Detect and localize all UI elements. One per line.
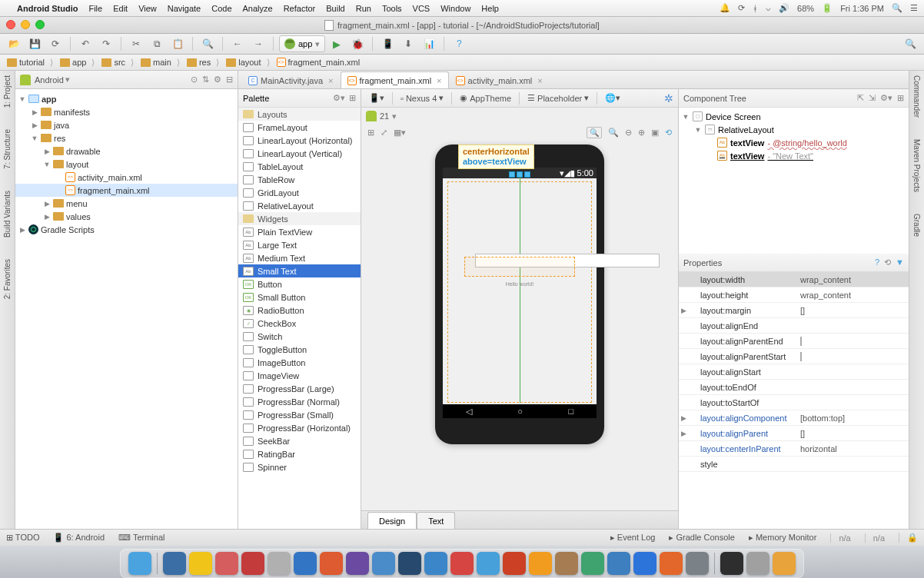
dock-app[interactable]: [346, 552, 369, 575]
tree-item[interactable]: ▶java: [15, 118, 238, 131]
tree-item[interactable]: <>fragment_main.xml: [15, 184, 238, 197]
palette-item[interactable]: ToggleButton: [238, 343, 361, 356]
palette-item[interactable]: AbSmall Text: [238, 264, 361, 277]
menu-analyze[interactable]: Analyze: [243, 4, 273, 13]
editor-tab[interactable]: <>activity_main.xml×: [449, 71, 550, 88]
find-icon[interactable]: 🔍: [198, 35, 217, 52]
theme-selector[interactable]: ◉ AppTheme: [457, 91, 514, 106]
zoom-out-icon[interactable]: ⊖: [625, 128, 632, 138]
dock-app[interactable]: [633, 552, 656, 575]
crumb[interactable]: layout: [224, 58, 274, 68]
sdk-manager-icon[interactable]: ⬇: [399, 35, 417, 52]
avd-manager-icon[interactable]: 📱: [378, 35, 397, 52]
gutter-tab[interactable]: Build Variants: [3, 191, 12, 238]
palette-item[interactable]: Spinner: [238, 460, 361, 473]
palette-item[interactable]: ProgressBar (Normal): [238, 395, 361, 408]
dock-icon[interactable]: ⊞: [349, 93, 356, 103]
property-row[interactable]: layout:alignStart: [679, 364, 909, 380]
menu-view[interactable]: View: [138, 4, 157, 13]
tree-item[interactable]: ▶manifests: [15, 105, 238, 118]
dock-app[interactable]: [450, 552, 474, 575]
menu-help[interactable]: Help: [481, 4, 499, 13]
dock-app[interactable]: [424, 552, 447, 575]
expand-all-icon[interactable]: ⇱: [857, 93, 864, 103]
gear-icon[interactable]: ⚙: [214, 75, 221, 85]
debug-icon[interactable]: 🐞: [348, 35, 367, 52]
copy-icon[interactable]: ⧉: [148, 35, 166, 52]
dock-app[interactable]: [660, 552, 683, 575]
dock-app[interactable]: [477, 552, 500, 575]
dock-app[interactable]: [720, 552, 743, 575]
design-canvas[interactable]: centerHorizontalabove=textView ▾◢▮5:00 H…: [361, 140, 678, 510]
lock-icon[interactable]: 🔒: [899, 533, 918, 543]
help-icon[interactable]: ?: [875, 257, 879, 267]
dock-app[interactable]: [773, 552, 796, 575]
battery-icon[interactable]: 🔋: [822, 3, 833, 13]
menu-navigate[interactable]: Navigate: [168, 4, 201, 13]
dock-app[interactable]: [320, 552, 343, 575]
device-selector[interactable]: ▫ Nexus 4 ▾: [397, 91, 447, 106]
crumb[interactable]: src: [99, 58, 138, 68]
forward-icon[interactable]: →: [249, 35, 268, 52]
tree-item[interactable]: <>activity_main.xml: [15, 171, 238, 184]
palette-item[interactable]: ProgressBar (Large): [238, 382, 361, 395]
gear-icon[interactable]: ⚙▾: [333, 93, 345, 103]
palette-item[interactable]: AbLarge Text: [238, 238, 361, 251]
search-everywhere-icon[interactable]: 🔍: [901, 35, 919, 52]
property-row[interactable]: layout:widthwrap_content: [679, 272, 909, 287]
palette-item[interactable]: ◉RadioButton: [238, 304, 361, 317]
gutter-tab[interactable]: Gradle: [912, 214, 921, 237]
menu-code[interactable]: Code: [211, 4, 231, 13]
placeholder-selector[interactable]: ☰ Placeholder ▾: [524, 91, 592, 106]
statusbar-item[interactable]: ⌨ Terminal: [118, 533, 165, 542]
hide-icon[interactable]: ⊟: [226, 75, 233, 85]
spotlight-icon[interactable]: 🔍: [892, 3, 902, 13]
palette-item[interactable]: LinearLayout (Horizontal): [238, 134, 361, 147]
palette-item[interactable]: AbMedium Text: [238, 251, 361, 264]
palette-item[interactable]: FrameLayout: [238, 121, 361, 134]
tree-item[interactable]: ▼layout: [15, 158, 238, 171]
refresh-icon[interactable]: ⟲: [665, 128, 672, 138]
project-tree[interactable]: ▼app▶manifests▶java▼res▶drawable▼layout<…: [15, 89, 238, 529]
collapse-all-icon[interactable]: ⇅: [202, 75, 209, 85]
palette-item[interactable]: AbPlain TextView: [238, 225, 361, 238]
close-icon[interactable]: ×: [328, 76, 333, 85]
dock-app[interactable]: [128, 552, 151, 575]
editor-tab[interactable]: <>fragment_main.xml×: [341, 71, 449, 88]
palette-item[interactable]: ProgressBar (Small): [238, 408, 361, 421]
palette-item[interactable]: GridLayout: [238, 186, 361, 199]
run-icon[interactable]: ▶: [327, 35, 346, 52]
component-tree-item[interactable]: AbtextView - "New Text": [679, 149, 909, 162]
dock-app[interactable]: [294, 552, 317, 575]
dock-app[interactable]: [215, 552, 238, 575]
gutter-tab[interactable]: 2: Favorites: [3, 259, 12, 299]
property-row[interactable]: ▶layout:margin[]: [679, 303, 909, 318]
dock-app[interactable]: [746, 552, 769, 575]
gutter-tab[interactable]: 7: Structure: [3, 129, 12, 169]
editor-tab[interactable]: CMainActivity.java×: [241, 71, 341, 88]
save-icon[interactable]: 💾: [25, 35, 44, 52]
menu-refactor[interactable]: Refactor: [284, 4, 316, 13]
component-tree-item[interactable]: ▼▭RelativeLayout: [679, 123, 909, 136]
collapse-all-icon[interactable]: ⇲: [869, 93, 876, 103]
paste-icon[interactable]: 📋: [168, 35, 187, 52]
viewport-icon[interactable]: ⊞: [367, 128, 374, 138]
dock-app[interactable]: [607, 552, 630, 575]
property-row[interactable]: layout:centerInParenthorizontal: [679, 441, 909, 457]
component-tree-item[interactable]: AbtextView - @string/hello_world: [679, 136, 909, 149]
bluetooth-icon[interactable]: ᚼ: [753, 4, 758, 13]
grid-icon[interactable]: ▦▾: [394, 128, 406, 138]
menu-build[interactable]: Build: [326, 4, 344, 13]
dock-app[interactable]: [529, 552, 552, 575]
dock-app[interactable]: [555, 552, 578, 575]
menu-run[interactable]: Run: [356, 4, 371, 13]
tab-text[interactable]: Text: [417, 512, 455, 529]
sync-project-icon[interactable]: ⟳: [46, 35, 65, 52]
dock-app[interactable]: [189, 552, 212, 575]
property-row[interactable]: ▶layout:alignParent[]: [679, 426, 909, 441]
menu-edit[interactable]: Edit: [113, 4, 128, 13]
tree-item[interactable]: ▶drawable: [15, 144, 238, 158]
ddms-icon[interactable]: 📊: [420, 35, 438, 52]
menu-window[interactable]: Window: [440, 4, 470, 13]
selected-widget[interactable]: [464, 257, 575, 277]
